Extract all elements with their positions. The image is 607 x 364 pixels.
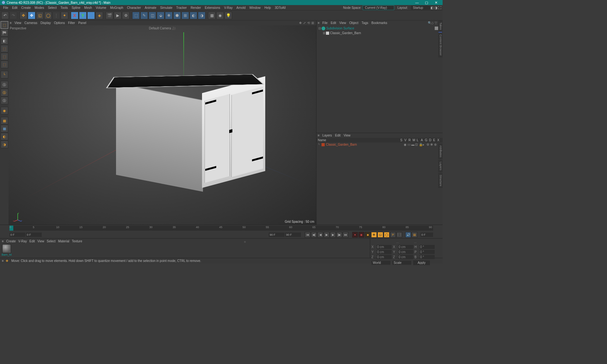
mat-menu-select[interactable]: Select [46, 240, 57, 243]
size-x-input[interactable] [398, 245, 413, 249]
close-button[interactable]: ✕ [431, 1, 441, 5]
tl-record[interactable]: ● [352, 232, 358, 238]
node-space-dropdown[interactable]: Current (V-Ray) [363, 5, 394, 10]
spline-primitive[interactable]: ✎ [140, 12, 148, 19]
apply-button[interactable]: Apply [413, 260, 430, 265]
tl-keyframe[interactable]: ◆ [365, 232, 371, 238]
hamburger-icon[interactable]: ≡ [318, 21, 320, 25]
menu-tools[interactable]: Tools [58, 6, 70, 9]
tl-play[interactable]: ▶ [324, 232, 329, 238]
tl-current-frame[interactable] [26, 233, 42, 237]
menu-file[interactable]: File [1, 6, 10, 9]
size-y-input[interactable] [398, 250, 413, 254]
deformer[interactable]: ❋ [165, 12, 173, 19]
search-icon[interactable]: 🔍 [428, 21, 431, 25]
lay-anim-icon[interactable]: ▸ [423, 143, 426, 146]
generator[interactable]: ◫ [149, 12, 156, 19]
lay-view-icon[interactable]: ▭ [408, 143, 411, 146]
coord-space-dropdown[interactable]: World [371, 261, 390, 265]
tl-go-end[interactable]: ⏭ [343, 232, 348, 238]
lay-def-icon[interactable]: ❋ [430, 143, 434, 146]
mat-menu-material[interactable]: Material [57, 240, 71, 243]
edge-mode[interactable]: ⬚ [1, 53, 8, 60]
tab-structure[interactable]: Structure [438, 173, 443, 188]
select-tool[interactable]: ✥ [20, 12, 27, 19]
expand-icon[interactable]: ⊞ [323, 31, 326, 35]
menu-modes[interactable]: Modes [33, 6, 46, 9]
render-view[interactable]: 🎬 [106, 12, 113, 19]
tl-key-param[interactable]: P [390, 232, 396, 238]
modeling-generator[interactable]: ⬙ [157, 12, 164, 19]
pos-z-input[interactable] [377, 255, 392, 259]
obj-menu-bookmarks[interactable]: Bookmarks [370, 21, 389, 25]
light-object[interactable]: ◑ [198, 12, 205, 19]
obj-menu-object[interactable]: Object [348, 21, 360, 25]
vp-menu-cameras[interactable]: Cameras [23, 21, 39, 25]
vis-tag[interactable] [435, 27, 438, 30]
hamburger-icon[interactable]: ≡ [318, 134, 320, 137]
tl-next-key[interactable]: |▶ [336, 232, 342, 238]
tl-dopesheet[interactable]: ▤ [412, 232, 417, 238]
lay-menu-edit[interactable]: Edit [334, 134, 342, 137]
lay-render-icon[interactable]: ▬ [411, 143, 415, 146]
menu-select[interactable]: Select [46, 6, 58, 9]
arnold-button[interactable]: ▦ [208, 12, 216, 19]
move-tool[interactable]: ✥ [28, 12, 35, 19]
lay-menu-layers[interactable]: Layers [321, 134, 334, 137]
material-item[interactable]: Barn_MA [2, 244, 12, 256]
snap-settings[interactable]: Ⓢ [1, 89, 8, 96]
layer-color-swatch[interactable] [322, 143, 325, 146]
tl-go-start[interactable]: ⏮ [305, 232, 310, 238]
object-row-barn[interactable]: ⊞ Classic_Garden_Barn [317, 31, 442, 35]
tl-end-frame[interactable] [285, 233, 301, 237]
material-thumbnail[interactable] [2, 244, 11, 253]
obj-menu-view[interactable]: View [338, 21, 348, 25]
mat-menu-view[interactable]: View [36, 240, 46, 243]
model-mode[interactable]: ⬚ [1, 21, 8, 29]
menu-render[interactable]: Render [189, 6, 203, 9]
mat-menu-edit[interactable]: Edit [28, 240, 36, 243]
menu-help[interactable]: Help [262, 6, 273, 9]
menu-character[interactable]: Character [125, 6, 143, 9]
timeline-ruler[interactable]: 0 5 10 15 20 25 30 35 40 45 50 55 60 65 … [9, 226, 433, 231]
vp-nav-orbit[interactable]: ⟲ [307, 21, 311, 25]
y-axis-lock[interactable]: Y [79, 12, 87, 19]
menu-arnold[interactable]: Arnold [235, 6, 248, 9]
axis-gizmo[interactable]: yxz [13, 212, 22, 221]
object-row-sds[interactable]: ⊟ Subdivision Surface ✓ [317, 26, 442, 31]
vp-nav-layout[interactable]: ⊞ [311, 21, 315, 25]
mat-menu-vray[interactable]: V-Ray [17, 240, 28, 243]
scale-mode-dropdown[interactable]: Scale [392, 261, 411, 265]
vp-nav-zoom[interactable]: ⤢ [303, 21, 307, 25]
workplane-1[interactable]: ▦ [1, 117, 8, 124]
lay-solo-icon[interactable]: ◉ [404, 143, 407, 146]
menu-animate[interactable]: Animate [143, 6, 158, 9]
menu-mograph[interactable]: MoGraph [108, 6, 125, 9]
layer-name[interactable]: Classic_Garden_Barn [326, 143, 357, 146]
menu-vray[interactable]: V-Ray [222, 6, 235, 9]
vray-button[interactable]: ◉ [216, 12, 224, 19]
tl-preview-end[interactable] [269, 233, 285, 237]
workplane-4[interactable]: ◑ [1, 141, 8, 148]
coord-system[interactable]: ◈ [95, 12, 103, 19]
hamburger-icon[interactable]: ≡ [10, 21, 12, 25]
tab-content-browser[interactable]: Content Browser [438, 33, 443, 58]
menu-3dtoall[interactable]: 3DToAll [273, 6, 287, 9]
lay-gen-icon[interactable]: ⚙ [426, 143, 430, 146]
field[interactable]: ⬢ [173, 12, 181, 19]
quantize[interactable]: Ⓢ [1, 97, 8, 104]
obj-menu-tags[interactable]: Tags [360, 21, 370, 25]
vp-menu-filter[interactable]: Filter [66, 21, 77, 25]
scale-tool[interactable]: ◱ [36, 12, 44, 19]
render-settings[interactable]: ⚙ [122, 12, 130, 19]
texture-mode[interactable]: 🏁 [1, 29, 8, 37]
hamburger-icon[interactable]: ≡ [2, 240, 4, 243]
hamburger-icon[interactable]: ≡ [244, 240, 246, 244]
vp-menu-display[interactable]: Display [39, 21, 52, 25]
redo-button[interactable]: ↷ [9, 12, 17, 19]
menu-spline[interactable]: Spline [70, 6, 83, 9]
rot-h-input[interactable] [420, 245, 435, 249]
obj-menu-file[interactable]: File [321, 21, 329, 25]
lay-manager-icon[interactable]: ⊡ [415, 143, 419, 146]
pos-y-input[interactable] [377, 250, 392, 254]
